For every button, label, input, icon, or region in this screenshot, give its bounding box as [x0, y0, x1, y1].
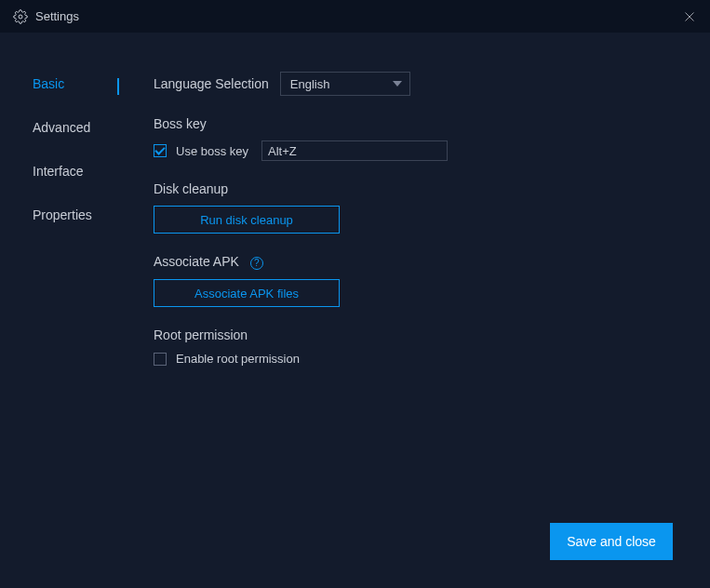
- gear-icon: [13, 9, 28, 24]
- body: Basic Advanced Interface Properties Lang…: [0, 33, 710, 588]
- main-panel: Language Selection English Boss key Use …: [126, 33, 710, 514]
- help-icon[interactable]: ?: [250, 257, 263, 270]
- chevron-down-icon: [393, 81, 402, 87]
- button-label: Associate APK files: [194, 287, 299, 301]
- content: Basic Advanced Interface Properties Lang…: [0, 33, 710, 514]
- close-icon[interactable]: [682, 9, 697, 24]
- language-label: Language Selection: [154, 76, 269, 91]
- root-checkbox[interactable]: [154, 353, 167, 366]
- diskcleanup-title: Disk cleanup: [154, 181, 682, 196]
- run-disk-cleanup-button[interactable]: Run disk cleanup: [154, 206, 340, 234]
- nav-label: Properties: [33, 207, 92, 222]
- titlebar: Settings: [0, 0, 710, 33]
- nav-label: Interface: [33, 164, 83, 179]
- button-label: Run disk cleanup: [200, 213, 293, 227]
- nav-basic[interactable]: Basic: [0, 76, 126, 120]
- sidebar: Basic Advanced Interface Properties: [0, 33, 126, 514]
- window-title: Settings: [35, 9, 79, 23]
- nav-properties[interactable]: Properties: [0, 207, 126, 251]
- associate-apk-button[interactable]: Associate APK files: [154, 279, 340, 307]
- root-title: Root permission: [154, 327, 682, 342]
- nav-advanced[interactable]: Advanced: [0, 120, 126, 164]
- svg-point-0: [19, 15, 22, 19]
- bosskey-row: Use boss key Alt+Z: [154, 140, 682, 161]
- language-select[interactable]: English: [280, 72, 410, 96]
- bosskey-title: Boss key: [154, 116, 682, 131]
- bosskey-checkbox-label: Use boss key: [176, 144, 248, 158]
- nav-interface[interactable]: Interface: [0, 164, 126, 207]
- button-label: Save and close: [567, 534, 656, 549]
- bosskey-checkbox[interactable]: [154, 144, 167, 157]
- nav-label: Basic: [33, 76, 64, 91]
- associate-title: Associate APK: [154, 254, 239, 269]
- language-row: Language Selection English: [154, 72, 682, 96]
- language-value: English: [290, 77, 330, 91]
- nav-label: Advanced: [33, 120, 90, 135]
- bosskey-input[interactable]: Alt+Z: [261, 140, 448, 161]
- save-and-close-button[interactable]: Save and close: [550, 523, 673, 560]
- bosskey-input-value: Alt+Z: [268, 144, 297, 158]
- root-row: Enable root permission: [154, 352, 682, 366]
- footer: Save and close: [0, 514, 710, 588]
- associate-title-row: Associate APK ?: [154, 254, 682, 270]
- root-checkbox-label: Enable root permission: [176, 352, 300, 366]
